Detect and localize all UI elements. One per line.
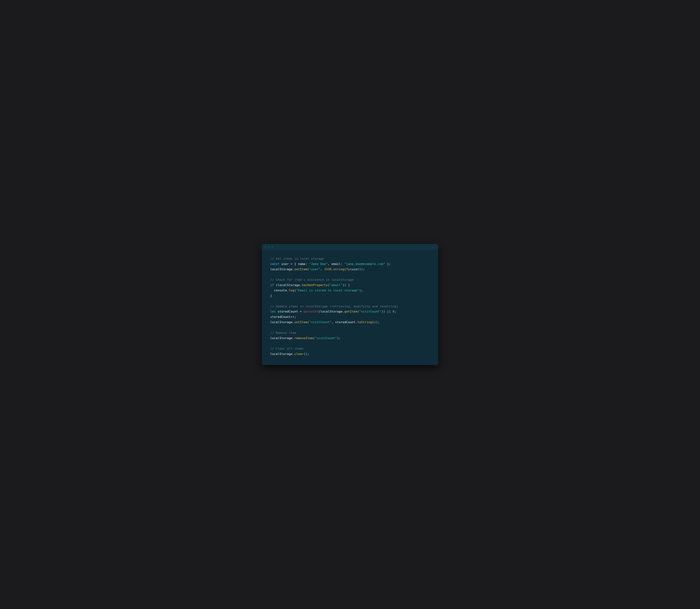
- code-token: removeItem: [294, 336, 313, 340]
- code-token: localStorage.: [270, 320, 294, 324]
- code-token: );: [359, 289, 363, 292]
- code-comment: // Clear all items: [270, 347, 304, 350]
- titlebar: [262, 244, 438, 250]
- code-token: hasOwnProperty: [302, 283, 328, 287]
- code-token: console.: [270, 289, 289, 292]
- code-token: (: [294, 289, 296, 292]
- code-token: "visitCount": [315, 336, 337, 340]
- code-comment: // Update items in localStorage (retriev…: [270, 304, 398, 308]
- code-token: if: [270, 283, 274, 287]
- code-token: (user));: [350, 267, 365, 271]
- code-token: ,: [328, 262, 329, 266]
- code-token: "visitCount": [309, 320, 331, 324]
- code-token: "Jane Doe": [309, 262, 328, 266]
- code-token: (: [328, 283, 329, 287]
- code-token: ,: [320, 267, 324, 271]
- code-token: (: [357, 310, 359, 313]
- code-token: localStorage.: [270, 352, 294, 356]
- code-token: "visitCount": [359, 310, 381, 313]
- code-token: setItem: [294, 267, 307, 271]
- code-comment: // Set items in local storage: [270, 257, 324, 260]
- code-token: (: [313, 336, 315, 340]
- code-token: "jane.doe@example.com": [344, 262, 385, 266]
- traffic-light-close-icon[interactable]: [264, 246, 266, 248]
- code-token: let: [270, 310, 276, 313]
- code-token: clear: [294, 352, 304, 356]
- code-window: // Set items in local storage const user…: [262, 244, 438, 365]
- code-token: email: [329, 262, 341, 266]
- code-token: )): [381, 310, 387, 313]
- code-token: ;: [394, 310, 396, 313]
- code-token: }: [270, 294, 272, 297]
- code-token: parseInt: [304, 310, 318, 313]
- code-token: };: [385, 262, 391, 266]
- code-token: (localStorage.: [274, 283, 302, 287]
- code-token: log: [289, 289, 294, 292]
- code-token: stringify: [333, 267, 350, 271]
- code-token: , storedCount.: [331, 320, 357, 324]
- code-token: (localStorage.: [318, 310, 344, 313]
- code-token: setItem: [294, 320, 307, 324]
- code-token: =: [300, 310, 302, 313]
- code-token: toString: [357, 320, 372, 324]
- code-token: (: [307, 320, 309, 324]
- code-token: const: [270, 262, 279, 266]
- traffic-light-zoom-icon[interactable]: [271, 246, 273, 248]
- code-token: "Email is stored in local storage": [296, 289, 359, 292]
- code-token: =: [291, 262, 292, 266]
- code-token: localStorage.: [270, 267, 294, 271]
- code-token: ());: [372, 320, 380, 324]
- code-editor[interactable]: // Set items in local storage const user…: [262, 250, 438, 365]
- code-token: ||: [387, 310, 391, 313]
- code-token: user: [279, 262, 290, 266]
- code-token: :: [341, 262, 342, 266]
- code-token: ++;: [291, 315, 296, 318]
- code-token: "email": [329, 283, 343, 287]
- code-token: ();: [304, 352, 309, 356]
- code-token: storedCount: [270, 315, 291, 318]
- code-token: )) {: [343, 283, 350, 287]
- traffic-light-minimize-icon[interactable]: [268, 246, 270, 248]
- code-token: "user": [309, 267, 320, 271]
- code-comment: // Check for item's existence in localSt…: [270, 278, 354, 281]
- code-token: 0: [393, 310, 394, 313]
- code-token: );: [337, 336, 341, 340]
- code-token: (: [307, 267, 309, 271]
- code-token: getItem: [344, 310, 357, 313]
- code-token: :: [306, 262, 307, 266]
- code-comment: // Remove item: [270, 331, 296, 334]
- code-token: JSON: [324, 267, 331, 271]
- code-token: localStorage.: [270, 336, 294, 340]
- code-token: storedCount: [276, 310, 300, 313]
- code-token: .: [331, 267, 333, 271]
- code-token: { name: [292, 262, 306, 266]
